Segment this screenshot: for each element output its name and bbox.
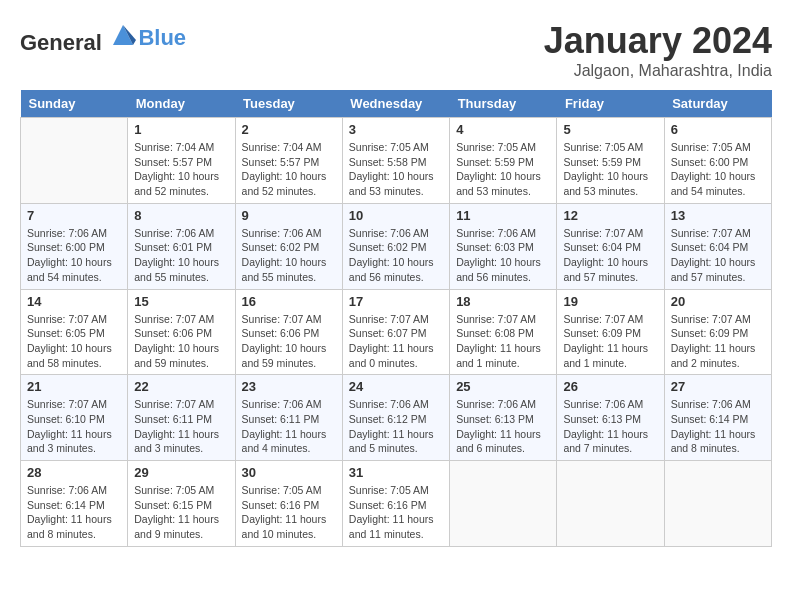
- day-info: Sunrise: 7:05 AMSunset: 6:15 PMDaylight:…: [134, 483, 228, 542]
- calendar-cell: 21Sunrise: 7:07 AMSunset: 6:10 PMDayligh…: [21, 375, 128, 461]
- day-number: 16: [242, 294, 336, 309]
- day-number: 30: [242, 465, 336, 480]
- day-info: Sunrise: 7:06 AMSunset: 6:13 PMDaylight:…: [456, 397, 550, 456]
- title-block: January 2024 Jalgaon, Maharashtra, India: [544, 20, 772, 80]
- day-info: Sunrise: 7:06 AMSunset: 6:14 PMDaylight:…: [27, 483, 121, 542]
- calendar-cell: 8Sunrise: 7:06 AMSunset: 6:01 PMDaylight…: [128, 203, 235, 289]
- day-number: 5: [563, 122, 657, 137]
- day-number: 12: [563, 208, 657, 223]
- day-number: 11: [456, 208, 550, 223]
- calendar-cell: 25Sunrise: 7:06 AMSunset: 6:13 PMDayligh…: [450, 375, 557, 461]
- calendar-cell: [21, 118, 128, 204]
- month-title: January 2024: [544, 20, 772, 62]
- day-number: 13: [671, 208, 765, 223]
- day-info: Sunrise: 7:06 AMSunset: 6:02 PMDaylight:…: [349, 226, 443, 285]
- day-number: 21: [27, 379, 121, 394]
- day-info: Sunrise: 7:05 AMSunset: 6:16 PMDaylight:…: [242, 483, 336, 542]
- col-header-tuesday: Tuesday: [235, 90, 342, 118]
- col-header-friday: Friday: [557, 90, 664, 118]
- day-info: Sunrise: 7:06 AMSunset: 6:12 PMDaylight:…: [349, 397, 443, 456]
- day-info: Sunrise: 7:05 AMSunset: 5:58 PMDaylight:…: [349, 140, 443, 199]
- week-row-2: 7Sunrise: 7:06 AMSunset: 6:00 PMDaylight…: [21, 203, 772, 289]
- calendar-cell: [450, 461, 557, 547]
- calendar-cell: 9Sunrise: 7:06 AMSunset: 6:02 PMDaylight…: [235, 203, 342, 289]
- calendar-cell: 24Sunrise: 7:06 AMSunset: 6:12 PMDayligh…: [342, 375, 449, 461]
- col-header-sunday: Sunday: [21, 90, 128, 118]
- location-title: Jalgaon, Maharashtra, India: [544, 62, 772, 80]
- day-info: Sunrise: 7:07 AMSunset: 6:06 PMDaylight:…: [134, 312, 228, 371]
- week-row-4: 21Sunrise: 7:07 AMSunset: 6:10 PMDayligh…: [21, 375, 772, 461]
- day-number: 27: [671, 379, 765, 394]
- day-number: 25: [456, 379, 550, 394]
- calendar-cell: 6Sunrise: 7:05 AMSunset: 6:00 PMDaylight…: [664, 118, 771, 204]
- day-number: 29: [134, 465, 228, 480]
- calendar-cell: 15Sunrise: 7:07 AMSunset: 6:06 PMDayligh…: [128, 289, 235, 375]
- day-number: 28: [27, 465, 121, 480]
- day-info: Sunrise: 7:07 AMSunset: 6:07 PMDaylight:…: [349, 312, 443, 371]
- calendar-cell: 7Sunrise: 7:06 AMSunset: 6:00 PMDaylight…: [21, 203, 128, 289]
- day-number: 19: [563, 294, 657, 309]
- day-number: 14: [27, 294, 121, 309]
- day-info: Sunrise: 7:05 AMSunset: 5:59 PMDaylight:…: [563, 140, 657, 199]
- calendar-cell: 30Sunrise: 7:05 AMSunset: 6:16 PMDayligh…: [235, 461, 342, 547]
- day-number: 24: [349, 379, 443, 394]
- day-info: Sunrise: 7:07 AMSunset: 6:10 PMDaylight:…: [27, 397, 121, 456]
- calendar-cell: 17Sunrise: 7:07 AMSunset: 6:07 PMDayligh…: [342, 289, 449, 375]
- calendar-cell: 16Sunrise: 7:07 AMSunset: 6:06 PMDayligh…: [235, 289, 342, 375]
- day-number: 23: [242, 379, 336, 394]
- week-row-5: 28Sunrise: 7:06 AMSunset: 6:14 PMDayligh…: [21, 461, 772, 547]
- day-info: Sunrise: 7:06 AMSunset: 6:14 PMDaylight:…: [671, 397, 765, 456]
- calendar-cell: 5Sunrise: 7:05 AMSunset: 5:59 PMDaylight…: [557, 118, 664, 204]
- col-header-monday: Monday: [128, 90, 235, 118]
- calendar-cell: [557, 461, 664, 547]
- week-row-3: 14Sunrise: 7:07 AMSunset: 6:05 PMDayligh…: [21, 289, 772, 375]
- day-info: Sunrise: 7:07 AMSunset: 6:05 PMDaylight:…: [27, 312, 121, 371]
- calendar-cell: 26Sunrise: 7:06 AMSunset: 6:13 PMDayligh…: [557, 375, 664, 461]
- calendar-cell: 23Sunrise: 7:06 AMSunset: 6:11 PMDayligh…: [235, 375, 342, 461]
- logo-icon: [108, 20, 138, 50]
- day-number: 18: [456, 294, 550, 309]
- calendar-cell: 14Sunrise: 7:07 AMSunset: 6:05 PMDayligh…: [21, 289, 128, 375]
- day-info: Sunrise: 7:05 AMSunset: 6:16 PMDaylight:…: [349, 483, 443, 542]
- day-info: Sunrise: 7:05 AMSunset: 5:59 PMDaylight:…: [456, 140, 550, 199]
- day-info: Sunrise: 7:06 AMSunset: 6:02 PMDaylight:…: [242, 226, 336, 285]
- logo: General Blue: [20, 20, 186, 56]
- day-info: Sunrise: 7:06 AMSunset: 6:13 PMDaylight:…: [563, 397, 657, 456]
- day-info: Sunrise: 7:06 AMSunset: 6:03 PMDaylight:…: [456, 226, 550, 285]
- calendar-cell: 2Sunrise: 7:04 AMSunset: 5:57 PMDaylight…: [235, 118, 342, 204]
- calendar-cell: 11Sunrise: 7:06 AMSunset: 6:03 PMDayligh…: [450, 203, 557, 289]
- day-info: Sunrise: 7:07 AMSunset: 6:04 PMDaylight:…: [671, 226, 765, 285]
- day-info: Sunrise: 7:07 AMSunset: 6:04 PMDaylight:…: [563, 226, 657, 285]
- logo-general: General: [20, 30, 102, 55]
- day-info: Sunrise: 7:05 AMSunset: 6:00 PMDaylight:…: [671, 140, 765, 199]
- week-row-1: 1Sunrise: 7:04 AMSunset: 5:57 PMDaylight…: [21, 118, 772, 204]
- calendar-cell: 22Sunrise: 7:07 AMSunset: 6:11 PMDayligh…: [128, 375, 235, 461]
- day-number: 31: [349, 465, 443, 480]
- day-info: Sunrise: 7:07 AMSunset: 6:11 PMDaylight:…: [134, 397, 228, 456]
- day-number: 1: [134, 122, 228, 137]
- calendar-cell: 10Sunrise: 7:06 AMSunset: 6:02 PMDayligh…: [342, 203, 449, 289]
- day-info: Sunrise: 7:04 AMSunset: 5:57 PMDaylight:…: [134, 140, 228, 199]
- calendar-cell: 13Sunrise: 7:07 AMSunset: 6:04 PMDayligh…: [664, 203, 771, 289]
- col-header-thursday: Thursday: [450, 90, 557, 118]
- day-number: 26: [563, 379, 657, 394]
- calendar-cell: 18Sunrise: 7:07 AMSunset: 6:08 PMDayligh…: [450, 289, 557, 375]
- day-number: 3: [349, 122, 443, 137]
- day-number: 20: [671, 294, 765, 309]
- calendar-cell: 31Sunrise: 7:05 AMSunset: 6:16 PMDayligh…: [342, 461, 449, 547]
- day-info: Sunrise: 7:07 AMSunset: 6:06 PMDaylight:…: [242, 312, 336, 371]
- day-number: 17: [349, 294, 443, 309]
- day-number: 15: [134, 294, 228, 309]
- day-number: 7: [27, 208, 121, 223]
- calendar-cell: 29Sunrise: 7:05 AMSunset: 6:15 PMDayligh…: [128, 461, 235, 547]
- calendar-cell: 28Sunrise: 7:06 AMSunset: 6:14 PMDayligh…: [21, 461, 128, 547]
- day-number: 2: [242, 122, 336, 137]
- calendar-cell: 20Sunrise: 7:07 AMSunset: 6:09 PMDayligh…: [664, 289, 771, 375]
- calendar-cell: 1Sunrise: 7:04 AMSunset: 5:57 PMDaylight…: [128, 118, 235, 204]
- calendar-cell: 12Sunrise: 7:07 AMSunset: 6:04 PMDayligh…: [557, 203, 664, 289]
- calendar-cell: 19Sunrise: 7:07 AMSunset: 6:09 PMDayligh…: [557, 289, 664, 375]
- logo-blue: Blue: [138, 25, 186, 50]
- page-header: General Blue January 2024 Jalgaon, Mahar…: [20, 20, 772, 80]
- col-header-wednesday: Wednesday: [342, 90, 449, 118]
- day-number: 8: [134, 208, 228, 223]
